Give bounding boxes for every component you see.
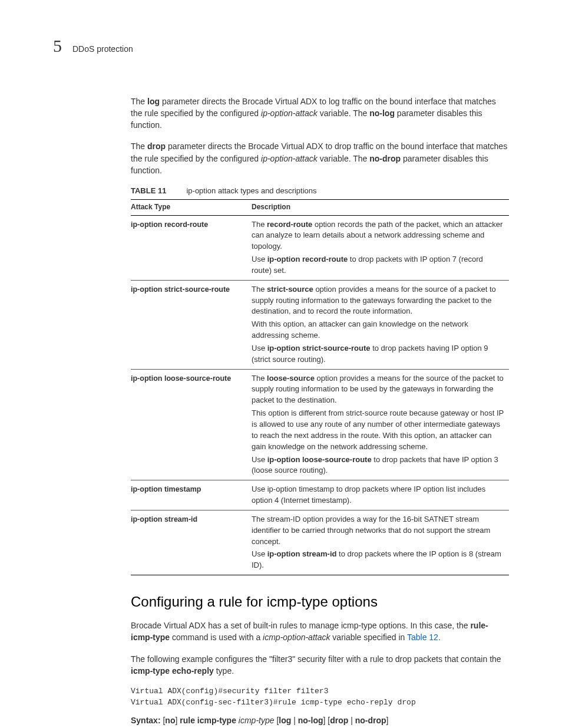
section-heading: Configuring a rule for icmp-type options: [131, 592, 509, 612]
text: With this option, an attacker can gain k…: [252, 319, 504, 341]
text: ]: [386, 716, 389, 725]
keyword: no-log: [298, 716, 323, 725]
text: Use: [252, 344, 267, 353]
description: Use ip-option timestamp to drop packets …: [252, 480, 509, 510]
text: The: [131, 97, 147, 106]
keyword: icmp-type echo-reply: [131, 666, 214, 676]
var: ip-option-attack: [261, 108, 318, 118]
keyword: log: [279, 716, 291, 725]
keyword: ip-option record-route: [267, 255, 348, 263]
code-block: Virtual ADX(config)#security filter filt…: [131, 686, 509, 709]
text: Use ip-option timestamp to drop packets …: [252, 484, 504, 506]
table-row: ip-option timestamp Use ip-option timest…: [131, 480, 509, 510]
keyword: record-route: [267, 220, 312, 229]
col-attack-type: Attack Type: [131, 200, 252, 215]
description: The record-route option records the path…: [252, 215, 509, 280]
table-title: TABLE 11 ip-option attack types and desc…: [131, 186, 509, 197]
ip-option-table: Attack Type Description ip-option record…: [131, 199, 509, 575]
text: Use: [252, 455, 267, 464]
var: ip-option-attack: [261, 154, 318, 163]
text: Use: [252, 255, 267, 263]
var: icmp-type: [236, 716, 276, 725]
keyword: loose-source: [267, 374, 315, 383]
log-keyword: log: [147, 97, 160, 106]
attack-type: ip-option timestamp: [131, 480, 252, 510]
nolog-keyword: no-log: [369, 108, 395, 118]
var: icmp-option-attack: [263, 633, 330, 642]
table-row: ip-option stream-id The stream-ID option…: [131, 510, 509, 575]
text: |: [291, 716, 297, 725]
keyword: no-drop: [355, 716, 386, 725]
description: The strict-source option provides a mean…: [252, 280, 509, 369]
keyword: strict-source: [267, 285, 313, 294]
attack-type: ip-option record-route: [131, 215, 252, 280]
text: The stream-ID option provides a way for …: [252, 514, 504, 548]
text: Brocade Virtual ADX has a set of built-i…: [131, 621, 470, 630]
text: .: [438, 633, 441, 642]
page: 5 DDoS protection The log parameter dire…: [0, 0, 562, 728]
text: The: [131, 141, 147, 151]
keyword: ip-option strict-source-route: [267, 344, 371, 353]
nodrop-keyword: no-drop: [369, 154, 401, 163]
text: variable. The: [318, 154, 369, 163]
col-description: Description: [252, 200, 509, 215]
text: command is used with a: [170, 633, 263, 642]
keyword: ip-option stream-id: [267, 549, 337, 558]
text: |: [348, 716, 355, 725]
table-row: ip-option loose-source-route The loose-s…: [131, 369, 509, 480]
page-header: 5 DDoS protection: [53, 33, 509, 59]
drop-paragraph: The drop parameter directs the Brocade V…: [131, 140, 509, 176]
attack-type: ip-option strict-source-route: [131, 280, 252, 369]
keyword: ip-option loose-source-route: [267, 455, 372, 464]
syntax-line: Syntax: [no] rule icmp-type icmp-type [l…: [131, 714, 509, 726]
text: type.: [214, 666, 234, 676]
content-body: The log parameter directs the Brocade Vi…: [131, 95, 509, 729]
text: variable specified in: [330, 633, 406, 642]
table-caption: ip-option attack types and descriptions: [186, 186, 316, 197]
attack-type: ip-option stream-id: [131, 510, 252, 575]
table12-link[interactable]: Table 12: [407, 633, 438, 642]
chapter-number: 5: [53, 33, 62, 59]
text: The: [252, 285, 267, 294]
table-row: ip-option record-route The record-route …: [131, 215, 509, 280]
syntax-label: Syntax:: [131, 716, 161, 725]
text: ] [: [323, 716, 330, 725]
example-paragraph: The following example configures the "fi…: [131, 653, 509, 677]
table-label: TABLE 11: [131, 186, 166, 197]
description: The stream-ID option provides a way for …: [252, 510, 509, 575]
text: This option is different from strict-sou…: [252, 408, 504, 452]
drop-keyword: drop: [147, 141, 166, 151]
keyword: no: [165, 716, 175, 725]
table-header-row: Attack Type Description: [131, 200, 509, 215]
icmp-intro-paragraph: Brocade Virtual ADX has a set of built-i…: [131, 620, 509, 644]
text: The following example configures the "fi…: [131, 654, 501, 664]
table-row: ip-option strict-source-route The strict…: [131, 280, 509, 369]
chapter-title: DDoS protection: [72, 43, 133, 55]
text: The: [252, 374, 267, 383]
text: variable. The: [318, 108, 369, 118]
attack-type: ip-option loose-source-route: [131, 369, 252, 480]
keyword: drop: [330, 716, 348, 725]
text: Use: [252, 549, 267, 558]
log-paragraph: The log parameter directs the Brocade Vi…: [131, 95, 509, 131]
keyword: rule icmp-type: [180, 716, 236, 725]
text: The: [252, 220, 267, 229]
description: The loose-source option provides a means…: [252, 369, 509, 480]
